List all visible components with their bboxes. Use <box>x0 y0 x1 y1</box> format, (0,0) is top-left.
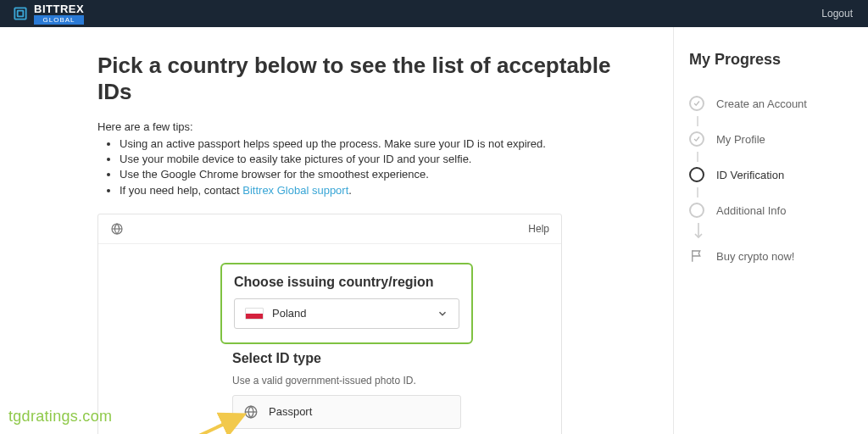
country-select-value: Poland <box>245 307 306 320</box>
tip-item: Use the Google Chrome browser for the sm… <box>120 167 639 182</box>
step-buy-crypto[interactable]: Buy crypto now! <box>689 248 851 264</box>
verification-card: Help Choose issuing country/region Polan… <box>97 214 562 434</box>
brand-name: BITTREX <box>34 3 84 14</box>
globe-icon <box>243 404 259 420</box>
step-connector <box>697 152 698 162</box>
main-column: Pick a country below to see the list of … <box>0 27 673 434</box>
step-connector <box>697 187 698 198</box>
select-id-title: Select ID type <box>232 351 461 366</box>
form-area: Choose issuing country/region Poland Sel… <box>98 244 561 434</box>
page-title: Pick a country below to see the list of … <box>97 53 639 105</box>
chevron-down-icon <box>437 308 448 320</box>
passport-option[interactable]: Passport <box>232 395 461 429</box>
svg-rect-0 <box>14 8 25 19</box>
passport-label: Passport <box>269 405 312 418</box>
choose-country-title: Choose issuing country/region <box>234 275 459 290</box>
tips-list: Using an active passport helps speed up … <box>97 136 639 198</box>
step-additional-info: Additional Info <box>689 198 851 223</box>
support-link[interactable]: Bittrex Global support <box>242 184 348 197</box>
flag-poland-icon <box>245 308 264 320</box>
check-icon <box>693 99 701 108</box>
help-link[interactable]: Help <box>528 223 549 235</box>
brand-icon <box>12 5 29 22</box>
progress-title: My Progress <box>689 51 851 69</box>
step-my-profile: My Profile <box>689 126 851 152</box>
tips-intro: Here are a few tips: <box>97 120 639 133</box>
svg-line-4 <box>161 416 241 434</box>
arrow-down-icon <box>693 223 704 240</box>
card-header: Help <box>98 214 561 244</box>
highlight-box: Choose issuing country/region Poland <box>220 263 473 344</box>
brand-text-wrap: BITTREX GLOBAL <box>34 3 84 25</box>
svg-rect-1 <box>18 11 24 17</box>
brand-subname: GLOBAL <box>34 15 84 25</box>
step-create-account: Create an Account <box>689 91 851 116</box>
watermark: tgdratings.com <box>8 408 112 426</box>
step-id-verification: ID Verification <box>689 162 851 187</box>
page-body: Pick a country below to see the list of … <box>0 27 868 434</box>
country-select[interactable]: Poland <box>234 298 459 329</box>
progress-sidebar: My Progress Create an Account My Profile… <box>673 27 868 434</box>
select-id-subtext: Use a valid government-issued photo ID. <box>232 375 461 387</box>
top-bar: BITTREX GLOBAL Logout <box>0 0 868 27</box>
globe-icon <box>110 222 124 236</box>
tip-item: If you need help, contact Bittrex Global… <box>120 183 639 198</box>
country-name: Poland <box>272 307 306 320</box>
step-connector <box>697 116 698 126</box>
brand-logo[interactable]: BITTREX GLOBAL <box>12 3 84 25</box>
logout-link[interactable]: Logout <box>821 8 853 19</box>
progress-steps: Create an Account My Profile ID Verifica… <box>689 91 851 264</box>
check-icon <box>693 135 701 143</box>
flag-icon <box>689 248 704 264</box>
tip-item: Use your mobile device to easily take pi… <box>120 152 639 167</box>
tip-item: Using an active passport helps speed up … <box>120 136 639 152</box>
